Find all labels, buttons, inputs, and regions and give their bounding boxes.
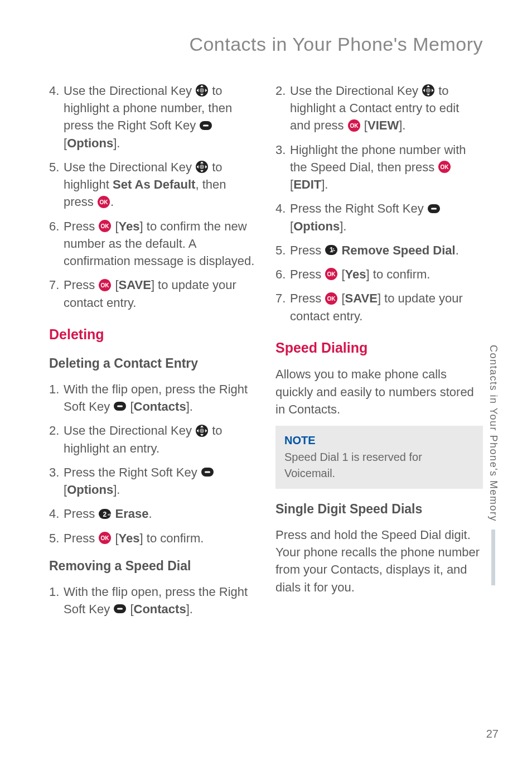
step-1: 1. With the flip open, press the Right S… — [49, 381, 257, 415]
text: Press the Right Soft Key — [64, 465, 201, 479]
ok-key-icon — [325, 292, 338, 305]
label-save: SAVE — [119, 278, 151, 292]
text: . — [148, 507, 152, 521]
text: Press — [64, 507, 98, 521]
label-remove-speed-dial: Remove Speed Dial — [341, 243, 455, 257]
text: Use the Directional Key — [64, 424, 195, 437]
step-number: 3. — [275, 141, 290, 194]
step-number: 5. — [275, 242, 290, 259]
label-options: Options — [67, 483, 113, 497]
label-yes: Yes — [345, 267, 366, 281]
text: . — [456, 243, 459, 257]
single-digit-description: Press and hold the Speed Dial digit. You… — [275, 526, 483, 596]
text: Press — [64, 531, 98, 545]
step-7r: 7. Press [SAVE] to update your contact e… — [275, 290, 483, 324]
key-1-icon — [325, 243, 338, 257]
step-number: 1. — [49, 583, 64, 618]
page-title: Contacts in Your Phone's Memory — [49, 33, 483, 55]
text: ]. — [113, 136, 120, 150]
text: ] to confirm. — [140, 531, 204, 545]
step-2: 2. Use the Directional Key to highlight … — [49, 422, 257, 456]
step-7: 7. Press [SAVE] to update your contact e… — [49, 276, 257, 311]
side-tab: Contacts in Your Phone's Memory — [485, 345, 501, 585]
step-number: 4. — [275, 200, 290, 234]
label-yes: Yes — [119, 219, 140, 233]
step-5r: 5. Press Remove Speed Dial. — [275, 242, 483, 259]
ok-key-icon — [98, 531, 112, 545]
label-erase: Erase — [115, 507, 148, 521]
section-deleting: Deleting — [49, 325, 257, 345]
label-view: VIEW — [367, 118, 399, 132]
text: Press — [64, 278, 98, 292]
step-3: 3. Press the Right Soft Key [Options]. — [49, 464, 257, 498]
step-number: 5. — [49, 530, 64, 547]
ok-key-icon — [438, 160, 451, 174]
text: ]. — [186, 400, 193, 413]
text: Press — [290, 291, 325, 305]
soft-key-icon — [427, 202, 441, 215]
label-contacts: Contacts — [134, 400, 186, 413]
step-number: 6. — [275, 266, 290, 283]
label-set-default: Set As Default — [113, 177, 195, 191]
ok-key-icon — [98, 219, 112, 233]
step-number: 1. — [49, 381, 64, 415]
ok-key-icon — [97, 195, 110, 209]
ok-key-icon — [325, 267, 338, 281]
text: Press — [64, 219, 98, 233]
step-6r: 6. Press [Yes] to confirm. — [275, 266, 483, 283]
step-4r: 4. Press the Right Soft Key [Options]. — [275, 200, 483, 234]
step-5: 5. Use the Directional Key to highlight … — [49, 158, 257, 211]
text: ]. — [340, 219, 346, 233]
text: ]. — [321, 177, 328, 191]
direction-key-icon — [195, 424, 209, 437]
key-2-icon — [98, 507, 112, 521]
subsection-single-digit: Single Digit Speed Dials — [275, 500, 483, 518]
soft-key-icon — [113, 602, 127, 615]
step-number: 2. — [275, 82, 290, 134]
step-number: 2. — [49, 422, 64, 456]
text: Press the Right Soft Key — [290, 201, 427, 215]
label-edit: EDIT — [293, 177, 321, 191]
text: ]. — [113, 483, 120, 497]
text: Use the Directional Key — [290, 84, 422, 98]
text: Use the Directional Key — [64, 84, 195, 98]
label-contacts: Contacts — [134, 602, 186, 616]
step-number: 3. — [49, 464, 64, 498]
speed-dial-description: Allows you to make phone calls quickly a… — [275, 365, 483, 418]
step-4: 4. Use the Directional Key to highlight … — [49, 82, 257, 152]
page-number: 27 — [486, 728, 499, 740]
note-title: NOTE — [284, 432, 474, 448]
direction-key-icon — [195, 84, 209, 97]
step-number: 5. — [49, 158, 64, 211]
step-number: 4. — [49, 82, 64, 152]
note-box: NOTE Speed Dial 1 is reserved for Voicem… — [275, 426, 483, 489]
label-save: SAVE — [345, 291, 378, 305]
subsection-removing-speed-dial: Removing a Speed Dial — [49, 557, 257, 575]
right-column: 2. Use the Directional Key to highlight … — [275, 82, 483, 624]
step-6: 6. Press [Yes] to confirm the new number… — [49, 218, 257, 270]
text: . — [110, 195, 114, 209]
direction-key-icon — [422, 84, 435, 97]
step-number: 6. — [49, 218, 64, 270]
ok-key-icon — [98, 278, 112, 292]
label-options: Options — [293, 219, 340, 233]
step-number: 4. — [49, 505, 64, 522]
side-tab-label: Contacts in Your Phone's Memory — [487, 345, 499, 522]
soft-key-icon — [113, 400, 127, 413]
text: Press — [290, 243, 325, 257]
step-3r: 3. Highlight the phone number with the S… — [275, 141, 483, 194]
direction-key-icon — [195, 160, 209, 174]
label-yes: Yes — [119, 531, 140, 545]
text: Use the Directional Key — [64, 160, 195, 174]
text: Press — [290, 267, 325, 281]
section-speed-dialing: Speed Dialing — [275, 338, 483, 358]
left-column: 4. Use the Directional Key to highlight … — [49, 82, 257, 624]
subsection-deleting-entry: Deleting a Contact Entry — [49, 354, 257, 373]
step-number: 7. — [275, 290, 290, 324]
step-5b: 5. Press [Yes] to confirm. — [49, 530, 257, 547]
step-4b: 4. Press Erase. — [49, 505, 257, 522]
label-options: Options — [67, 136, 113, 150]
text: ]. — [399, 118, 405, 132]
note-body: Speed Dial 1 is reserved for Voicemail. — [284, 449, 474, 481]
step-1c: 1. With the flip open, press the Right S… — [49, 583, 257, 618]
